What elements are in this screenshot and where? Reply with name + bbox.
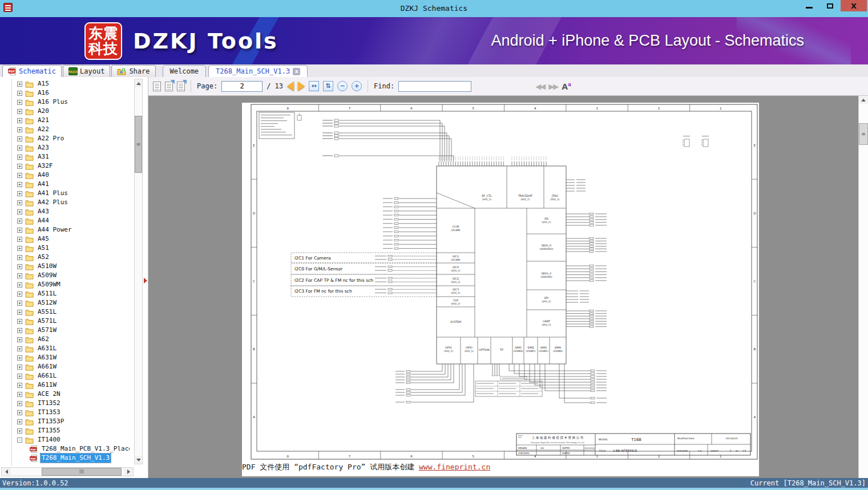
tree-folder-a509w[interactable]: +A509W: [0, 271, 130, 280]
splitter-collapse-arrow[interactable]: [144, 278, 147, 284]
scroll-up-button[interactable]: [135, 79, 142, 87]
tree-folder-a510w[interactable]: +A510W: [0, 262, 130, 271]
copy-text-button[interactable]: [153, 82, 161, 91]
tree-folder-it1352[interactable]: +IT1352: [0, 399, 130, 408]
scroll-right-button[interactable]: [124, 468, 133, 476]
expand-toggle[interactable]: +: [17, 401, 22, 406]
tree-folder-a41[interactable]: +A41: [0, 180, 130, 189]
expand-toggle[interactable]: +: [17, 301, 22, 306]
tree-folder-a631w[interactable]: +A631W: [0, 353, 130, 362]
find-next-button[interactable]: ▶▶: [548, 82, 558, 91]
pdf-viewport[interactable]: 8877665544332211EEDDCCBBAARF_CTL(VIO_2)T…: [148, 96, 868, 478]
expand-toggle[interactable]: -: [17, 438, 22, 443]
scrollbar-thumb[interactable]: ≡: [859, 123, 868, 145]
scroll-left-button[interactable]: [2, 468, 11, 476]
tree-folder-a21[interactable]: +A21: [0, 116, 130, 125]
tab-share[interactable]: Share: [111, 65, 155, 77]
expand-toggle[interactable]: +: [17, 109, 22, 114]
expand-toggle[interactable]: +: [17, 127, 22, 132]
tree-folder-it1355[interactable]: +IT1355: [0, 426, 130, 435]
zoom-out-button[interactable]: −: [337, 81, 348, 91]
tree-folder-a631l[interactable]: +A631L: [0, 344, 130, 353]
expand-toggle[interactable]: +: [17, 209, 22, 214]
expand-toggle[interactable]: +: [17, 264, 22, 269]
tree-file-t268-main-pcb-v1-3-placem[interactable]: PDFT268_Main_PCB_V1.3_Placem: [0, 444, 130, 453]
tree-folder-it1353[interactable]: +IT1353: [0, 408, 130, 417]
expand-toggle[interactable]: +: [17, 100, 22, 105]
tree-folder-a42-plus[interactable]: +A42 Plus: [0, 198, 130, 207]
close-button[interactable]: X: [841, 0, 867, 11]
expand-toggle[interactable]: +: [17, 365, 22, 370]
tree-folder-a45[interactable]: +A45: [0, 234, 130, 244]
tree-folder-a62[interactable]: +A62: [0, 335, 130, 344]
zoom-in-button[interactable]: +: [352, 81, 362, 91]
expand-toggle[interactable]: +: [17, 337, 22, 342]
page-input[interactable]: [221, 81, 263, 92]
previous-page-button[interactable]: [287, 82, 294, 91]
expand-toggle[interactable]: +: [17, 237, 22, 242]
tree-folder-it1353p[interactable]: +IT1353P: [0, 417, 130, 426]
tree-folder-a511l[interactable]: +A511L: [0, 289, 130, 298]
tree-file-t268-main-sch-v1-3[interactable]: PDFT268_Main_SCH_V1.3: [0, 453, 130, 463]
tree-folder-a51[interactable]: +A51: [0, 244, 130, 253]
scrollbar-thumb[interactable]: III: [42, 468, 122, 476]
find-previous-button[interactable]: ◀◀: [535, 82, 544, 91]
tree-folder-a31[interactable]: +A31: [0, 152, 130, 161]
expand-toggle[interactable]: +: [17, 355, 22, 361]
expand-toggle[interactable]: +: [17, 255, 22, 260]
text-size-button[interactable]: Aa: [562, 82, 571, 91]
tree-folder-a44-power[interactable]: +A44 Power: [0, 225, 130, 234]
expand-toggle[interactable]: +: [17, 328, 22, 333]
expand-toggle[interactable]: +: [17, 428, 22, 434]
tree-folder-a16-plus[interactable]: +A16 Plus: [0, 98, 130, 107]
expand-toggle[interactable]: +: [17, 218, 22, 224]
tree-folder-a512w[interactable]: +A512W: [0, 298, 130, 307]
tree-folder-a23[interactable]: +A23: [0, 143, 130, 152]
tab-schematic[interactable]: PDF Schematic: [2, 65, 62, 77]
fit-width-button[interactable]: ↔: [309, 81, 319, 91]
tree-folder-a16[interactable]: +A16: [0, 88, 130, 98]
fineprint-link[interactable]: www.fineprint.cn: [419, 463, 490, 471]
tree-folder-a551l[interactable]: +A551L: [0, 307, 130, 317]
expand-toggle[interactable]: +: [17, 419, 22, 424]
expand-toggle[interactable]: +: [17, 310, 22, 315]
expand-toggle[interactable]: +: [17, 118, 22, 123]
expand-toggle[interactable]: +: [17, 173, 22, 178]
expand-toggle[interactable]: +: [17, 155, 22, 160]
tree-folder-a661l[interactable]: +A661L: [0, 371, 130, 380]
expand-toggle[interactable]: +: [17, 200, 22, 205]
fit-page-button[interactable]: ⇅: [323, 81, 333, 91]
expand-toggle[interactable]: +: [17, 164, 22, 169]
tree-folder-a661w[interactable]: +A661W: [0, 362, 130, 371]
expand-toggle[interactable]: +: [17, 282, 22, 287]
sidebar-horizontal-scrollbar[interactable]: III: [1, 467, 134, 476]
expand-toggle[interactable]: +: [17, 383, 22, 388]
pdf-vertical-scrollbar[interactable]: ≡: [858, 96, 868, 478]
copy-page-button[interactable]: [165, 82, 173, 91]
sidebar-vertical-scrollbar[interactable]: ≡: [134, 79, 143, 464]
tree-folder-a43[interactable]: +A43: [0, 207, 130, 216]
expand-toggle[interactable]: +: [17, 136, 22, 141]
doc-tab-welcome[interactable]: Welcome: [163, 65, 207, 77]
tree-folder-ace-2n[interactable]: +ACE 2N: [0, 390, 130, 399]
tree-folder-a41-plus[interactable]: +A41 Plus: [0, 189, 130, 198]
scrollbar-thumb[interactable]: ≡: [135, 116, 142, 173]
expand-toggle[interactable]: +: [17, 346, 22, 351]
expand-toggle[interactable]: +: [17, 374, 22, 379]
tree-folder-a44[interactable]: +A44: [0, 216, 130, 225]
expand-toggle[interactable]: +: [17, 91, 22, 96]
tree-folder-a571l[interactable]: +A571L: [0, 317, 130, 326]
tree-folder-a20[interactable]: +A20: [0, 107, 130, 116]
expand-toggle[interactable]: +: [17, 319, 22, 324]
tree-folder-a52[interactable]: +A52: [0, 253, 130, 262]
expand-toggle[interactable]: +: [17, 273, 22, 278]
scroll-up-button[interactable]: [859, 96, 868, 104]
expand-toggle[interactable]: +: [17, 291, 22, 297]
expand-toggle[interactable]: +: [17, 82, 22, 87]
expand-toggle[interactable]: +: [17, 191, 22, 196]
expand-toggle[interactable]: +: [17, 392, 22, 397]
expand-toggle[interactable]: +: [17, 410, 22, 415]
tab-layout[interactable]: PADS Layout: [63, 65, 110, 77]
tree-folder-it1400[interactable]: -IT1400: [0, 435, 130, 444]
tree-folder-a571w[interactable]: +A571W: [0, 326, 130, 335]
